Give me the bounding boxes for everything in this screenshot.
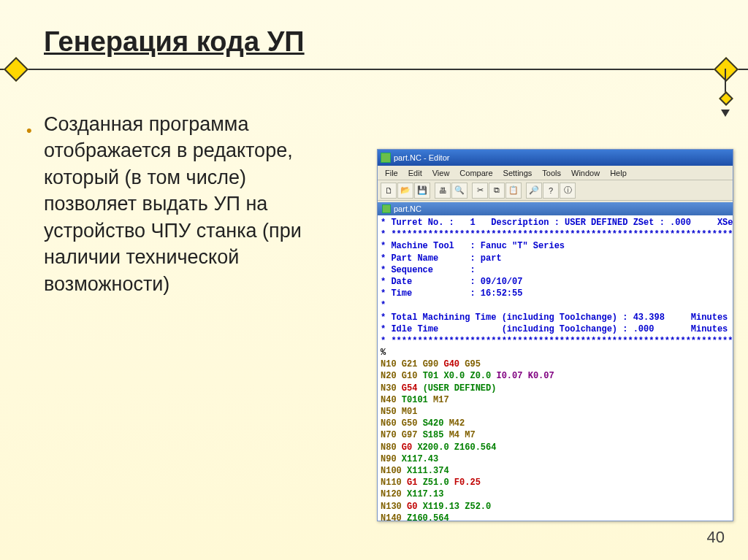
diamond-left-icon xyxy=(4,57,28,82)
bullet-text: Созданная программа отображается в редак… xyxy=(44,113,302,295)
editor-window: part.NC - Editor File Edit View Compare … xyxy=(377,149,733,521)
document-tab[interactable]: part.NC xyxy=(378,201,733,215)
document-tab-label: part.NC xyxy=(394,204,421,213)
toolbar: 🗋 📂 💾 🖶 🔍 ✂ ⧉ 📋 🔎 ? ⓘ xyxy=(378,180,733,201)
menu-edit[interactable]: Edit xyxy=(404,167,427,179)
help-button[interactable]: ? xyxy=(543,183,559,199)
doc-icon xyxy=(382,204,391,213)
menubar: File Edit View Compare Settings Tools Wi… xyxy=(378,166,733,180)
copy-button[interactable]: ⧉ xyxy=(489,183,505,199)
menu-settings[interactable]: Settings xyxy=(499,167,537,179)
preview-button[interactable]: 🔍 xyxy=(451,183,468,199)
menu-help[interactable]: Help xyxy=(606,167,631,179)
menu-window[interactable]: Window xyxy=(567,167,604,179)
app-icon xyxy=(381,153,391,163)
new-button[interactable]: 🗋 xyxy=(381,183,397,199)
slide-bullet: • Созданная программа отображается в ред… xyxy=(44,111,336,297)
code-editor-area[interactable]: * Turret No. : 1 Description : USER DEFI… xyxy=(378,215,733,521)
diamond-small-icon xyxy=(719,91,733,106)
paste-button[interactable]: 📋 xyxy=(505,183,522,199)
info-button[interactable]: ⓘ xyxy=(560,183,576,199)
diamond-right-icon xyxy=(714,57,739,82)
cut-button[interactable]: ✂ xyxy=(472,183,488,199)
menu-tools[interactable]: Tools xyxy=(538,167,565,179)
slide-title: Генерация кода УП xyxy=(44,26,305,58)
menu-file[interactable]: File xyxy=(381,167,402,179)
decorative-line xyxy=(0,69,748,70)
open-button[interactable]: 📂 xyxy=(397,183,413,199)
save-button[interactable]: 💾 xyxy=(414,183,430,199)
bullet-icon: • xyxy=(26,120,32,142)
window-title: part.NC - Editor xyxy=(394,153,449,162)
menu-view[interactable]: View xyxy=(428,167,454,179)
page-number: 40 xyxy=(707,528,725,547)
print-button[interactable]: 🖶 xyxy=(435,183,451,199)
arrow-down-icon xyxy=(721,110,730,117)
menu-compare[interactable]: Compare xyxy=(455,167,497,179)
window-titlebar[interactable]: part.NC - Editor xyxy=(378,150,733,166)
find-button[interactable]: 🔎 xyxy=(526,183,542,199)
